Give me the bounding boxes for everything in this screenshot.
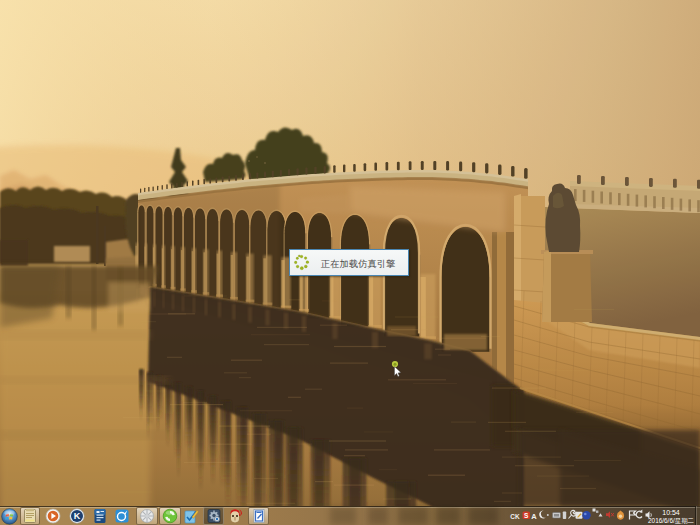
svg-text:CK: CK xyxy=(510,513,520,520)
svg-text:A: A xyxy=(531,512,537,521)
svg-text:K: K xyxy=(74,511,81,521)
svg-text:10:54: 10:54 xyxy=(662,509,680,516)
svg-text:S: S xyxy=(524,512,529,519)
svg-text:2016/6/6/星期二: 2016/6/6/星期二 xyxy=(648,517,694,524)
